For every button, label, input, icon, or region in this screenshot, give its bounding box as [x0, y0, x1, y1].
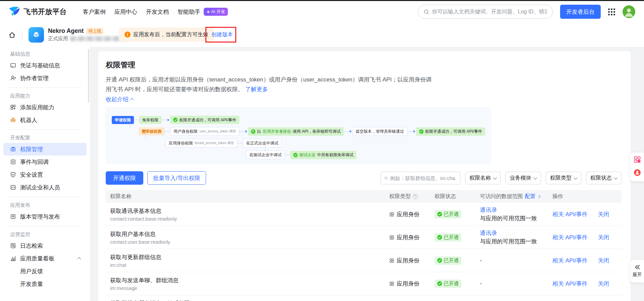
- flow-node-formal-debug: 在正式企业中调试: [243, 139, 282, 147]
- top-navbar: 飞书开放平台 客户案例 应用中心 开发文档 智能助手 AI 开发 开发者后台: [0, 1, 644, 22]
- log-search-icon: [10, 243, 16, 249]
- batch-import-export-button[interactable]: 批量导入/导出权限: [147, 171, 206, 185]
- grid-add-icon: [10, 104, 16, 110]
- flow-node-submit-version: 提交版本，管理员审核通过: [352, 127, 407, 136]
- divider: [8, 129, 82, 130]
- flow-connector: [285, 155, 290, 155]
- table-row: 获取与发送单聊、群组消息 im:message 应用身份 已开通 - 相关 AP…: [106, 272, 622, 295]
- flow-node-no-review: 免审权限: [139, 116, 161, 124]
- create-version-link[interactable]: 创建版本: [211, 22, 233, 47]
- permission-search[interactable]: [381, 172, 460, 184]
- nav-item-ai-assistant[interactable]: 智能助手: [178, 8, 200, 16]
- nav-item-app-center[interactable]: 应用中心: [114, 8, 137, 16]
- sidebar-item-test-enterprise[interactable]: 测试企业和人员: [3, 181, 87, 194]
- sidebar-item-add-capability[interactable]: 添加应用能力: [3, 101, 87, 114]
- grid4-icon: [389, 281, 394, 286]
- app-header-bar: Nekro Agent 待上线 正式应用 ! 应用发布后，当前配置方可生效 创建…: [0, 22, 644, 47]
- nav-item-dev-docs[interactable]: 开发文档: [146, 8, 169, 16]
- grid4-icon: [389, 258, 394, 263]
- permission-name-cell: 获取与更新群组信息 im:chat: [110, 253, 389, 268]
- permission-search-input[interactable]: [390, 175, 457, 181]
- close-permission-link[interactable]: 关闭: [598, 257, 609, 264]
- grid4-icon: [389, 212, 394, 217]
- scope-link[interactable]: 通讯录: [480, 207, 497, 213]
- promo-badge-icon[interactable]: [633, 169, 641, 178]
- close-permission-link[interactable]: 关闭: [598, 281, 609, 287]
- table-header: 权限名称 权限类型 ? 权限状态 可访问的数据范围 配置 操作: [106, 190, 622, 203]
- sidebar-item-security-settings[interactable]: 安全设置: [3, 168, 87, 181]
- main-area: 权限管理 开通 API 权限后，应用才能以应用身份（tenant_access_…: [90, 47, 644, 301]
- chevron-up-icon: [130, 98, 134, 102]
- sidebar-scrollbar[interactable]: [88, 49, 89, 103]
- app-type-label: 正式应用: [48, 36, 68, 42]
- test-enterprise-link[interactable]: 测试企业: [299, 153, 315, 157]
- col-actions: 操作: [552, 193, 622, 200]
- chevron-down-icon: [533, 176, 537, 179]
- sidebar-item-user-feedback[interactable]: 用户反馈: [3, 265, 87, 278]
- permission-flowchart: 申请权限 免审权限 权限开通成功，可调用 API/事件 需审核权限 用户身份权限…: [106, 107, 491, 165]
- permission-name-cell: 获取群组中所有消息（敏感权限） im:message.group_msg: [110, 299, 389, 301]
- close-permission-link[interactable]: 关闭: [598, 234, 609, 241]
- toolbar-filters: 权限名称 业务模块 权限类型 权限状态: [381, 172, 622, 184]
- floating-widgets: [630, 153, 644, 181]
- filter-permission-status[interactable]: 权限状态: [586, 172, 622, 184]
- flow-row-4: 在测试企业中调试 测试企业中所有权限免审调试: [246, 150, 485, 159]
- global-search-input[interactable]: [432, 9, 547, 15]
- table-row: 获取群组中所有消息（敏感权限） im:message.group_msg 应用身…: [106, 295, 622, 301]
- scope-link[interactable]: 通讯录: [480, 230, 497, 236]
- open-permission-button[interactable]: 开通权限: [106, 171, 143, 185]
- related-api-link[interactable]: 相关 API/事件: [552, 257, 588, 264]
- sidebar: 基础信息 凭证与基础信息 协作者管理 应用能力 添加应用能力 机器人 开发配置 …: [0, 47, 90, 301]
- filter-business-module[interactable]: 业务模块: [505, 172, 541, 184]
- sidebar-item-credentials[interactable]: 凭证与基础信息: [3, 59, 87, 72]
- table-row: 获取通讯录基本信息 contact:contact.base:readonly …: [106, 203, 622, 226]
- related-api-link[interactable]: 相关 API/事件: [552, 234, 588, 241]
- info-icon[interactable]: ?: [413, 194, 418, 199]
- sidebar-item-bot[interactable]: 机器人: [3, 114, 87, 126]
- flow-connector: [165, 131, 170, 132]
- grid4-icon: [389, 235, 394, 240]
- scope-config-link[interactable]: 配置: [525, 193, 536, 200]
- home-icon[interactable]: [8, 31, 16, 39]
- global-search[interactable]: [418, 5, 553, 19]
- related-api-link[interactable]: 相关 API/事件: [552, 211, 588, 218]
- check-circle-icon: [293, 153, 298, 157]
- permission-status-cell: 已开通: [435, 210, 480, 219]
- warning-text: 应用发布后，当前配置方可生效: [133, 31, 208, 38]
- col-permission-type: 权限类型 ?: [389, 193, 435, 200]
- sidebar-item-dev-quality[interactable]: 开发质量: [3, 278, 87, 290]
- sidebar-item-version-management[interactable]: 版本管理与发布: [3, 210, 87, 223]
- col-permission-status: 权限状态: [435, 193, 480, 200]
- expand-panel-button[interactable]: 展开: [630, 260, 644, 283]
- table-toolbar: 开通权限 批量导入/导出权限 权限名称 业务模块 权限类型 权限状态: [106, 171, 622, 185]
- sidebar-item-quality-dashboard[interactable]: 应用质量看板: [3, 252, 87, 265]
- learn-more-link[interactable]: 了解更多: [245, 86, 268, 93]
- topnav-right: 开发者后台: [418, 5, 635, 19]
- flow-arrow: [413, 130, 415, 133]
- warning-icon: !: [125, 32, 131, 38]
- divider: [22, 31, 22, 39]
- dev-identity-link[interactable]: 应用开发者身份: [263, 129, 291, 133]
- nav-item-customer-cases[interactable]: 客户案例: [83, 8, 106, 16]
- sidebar-item-permission-management[interactable]: 权限管理: [3, 143, 87, 156]
- collapse-intro-link[interactable]: 收起介绍: [106, 96, 622, 103]
- sidebar-item-events-callbacks[interactable]: 事件与回调: [3, 156, 87, 168]
- sidebar-section-app-capability: 应用能力: [0, 91, 90, 101]
- check-circle-icon: [419, 129, 424, 134]
- chevron-down-icon: [493, 176, 497, 179]
- developer-console-button[interactable]: 开发者后台: [560, 5, 601, 19]
- apps-grid-icon[interactable]: [608, 8, 615, 15]
- promo-grid-icon[interactable]: [634, 156, 641, 165]
- filter-permission-name[interactable]: 权限名称: [465, 172, 501, 184]
- sidebar-item-log-search[interactable]: 日志检索: [3, 239, 87, 252]
- permission-type-cell: 应用身份: [389, 257, 435, 264]
- close-permission-link[interactable]: 关闭: [598, 211, 609, 218]
- related-api-link[interactable]: 相关 API/事件: [552, 281, 588, 287]
- user-avatar[interactable]: [623, 5, 635, 18]
- chevron-up-icon[interactable]: [78, 257, 81, 260]
- filter-permission-type[interactable]: 权限类型: [546, 172, 581, 184]
- flow-connector: [344, 131, 349, 132]
- sidebar-item-collaborators[interactable]: 协作者管理: [3, 72, 87, 84]
- brand[interactable]: 飞书开放平台: [9, 6, 67, 17]
- ai-dev-badge[interactable]: AI 开发: [204, 8, 228, 16]
